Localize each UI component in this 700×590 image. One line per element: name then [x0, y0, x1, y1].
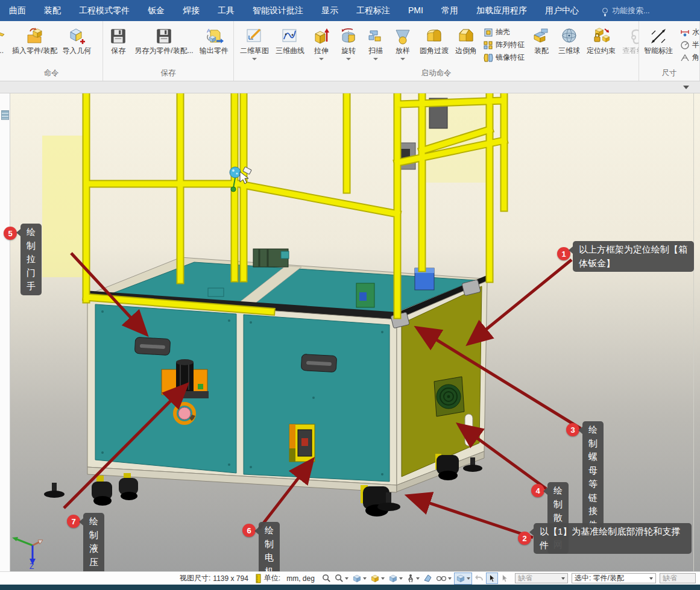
axis-triad: Z — [8, 532, 51, 570]
menu-item-load-apps[interactable]: 加载应用程序 — [467, 0, 536, 21]
assembly-icon — [531, 26, 552, 46]
menu-item-display[interactable]: 显示 — [312, 0, 347, 21]
function-search[interactable]: 功能搜索... — [602, 5, 650, 16]
status-bar: 视图尺寸: 1139 x 794 单位: mm, deg — [0, 571, 700, 585]
annotation-badge[interactable]: 6 — [242, 524, 256, 537]
search-placeholder: 功能搜索... — [612, 5, 650, 16]
view-orient-icon[interactable] — [369, 573, 386, 584]
ribbon-button-save-as[interactable]: 另存为零件/装配... — [132, 25, 195, 57]
filter-default2-dropdown[interactable]: 缺省 — [660, 573, 696, 583]
door-handle — [134, 337, 170, 356]
feature-stack: 抽壳 阵列特征 镜像特征 — [481, 25, 527, 64]
svg-text:Z: Z — [30, 562, 34, 570]
walk-through-icon[interactable] — [405, 573, 421, 583]
ribbon-button-angle-dim[interactable]: 角度 — [678, 51, 700, 64]
dimension-stack: 水平 半径 角度 — [678, 25, 700, 64]
zoom-all-icon[interactable] — [321, 573, 332, 583]
door-handle — [301, 354, 336, 372]
ribbon-button-import-geometry[interactable]: 导入几何 — [60, 25, 93, 57]
insert-part-icon — [25, 26, 45, 46]
save-as-icon — [154, 26, 174, 46]
filter-default-dropdown[interactable]: 缺省 — [515, 573, 568, 583]
annotation-bubble[interactable]: 以上方框架为定位绘制【箱体钣金】 — [573, 241, 694, 272]
ribbon-button-sweep[interactable]: 扫描 — [363, 25, 388, 61]
ribbon-button-pattern[interactable]: 阵列特征 — [481, 39, 527, 51]
ribbon-button-assembly[interactable]: 装配 — [529, 25, 554, 57]
constraint-icon — [591, 26, 611, 46]
group-label-save: 保存 — [103, 67, 233, 81]
undo-view-icon[interactable] — [473, 574, 485, 583]
menu-item-weld[interactable]: 焊接 — [174, 0, 209, 21]
export-part-icon: A — [204, 26, 224, 46]
3d-viewport[interactable]: Z 5 绘制拉门手 1 以上方框架为定位绘制【箱体钣金】 3 绘制螺母等链接件 … — [0, 93, 700, 571]
ribbon-button-extrude[interactable]: 拉伸 — [309, 25, 334, 61]
ribbon-button-part-cut[interactable]: 件... — [0, 25, 10, 57]
units: 单位: — [264, 573, 280, 583]
annotation-badge[interactable]: 7 — [67, 515, 80, 528]
menu-item-sheetmetal[interactable]: 钣金 — [139, 0, 174, 21]
panel-thumbnail-icon[interactable] — [1, 110, 9, 120]
dropdown-caret — [346, 58, 351, 60]
import-geometry-icon — [66, 26, 87, 46]
ribbon-button-fillet[interactable]: 圆角过渡 — [417, 25, 451, 57]
save-icon — [108, 26, 128, 46]
units-value: mm, deg — [286, 574, 315, 583]
ribbon-button-revolve[interactable]: 旋转 — [336, 25, 361, 61]
annotation-bubble[interactable]: 绘制螺母等链接件 — [582, 421, 604, 533]
ribbon-button-curve3d[interactable]: 三维曲线 — [273, 25, 307, 57]
menu-item-assembly[interactable]: 装配 — [35, 0, 70, 21]
annotation-badge[interactable]: 5 — [4, 227, 17, 240]
view-standard-icon[interactable] — [351, 573, 368, 584]
chamfer-icon — [456, 26, 476, 46]
menu-item-pmi[interactable]: PMI — [399, 0, 432, 21]
ribbon-button-mirror[interactable]: 镜像特征 — [481, 51, 527, 64]
menu-item-smart-anno[interactable]: 智能设计批注 — [244, 0, 312, 21]
menu-item-tools[interactable]: 工具 — [209, 0, 244, 21]
annotation-bubble[interactable]: 绘制拉门手 — [20, 224, 42, 295]
ribbon-button-smart-dimension[interactable]: 智能标注 — [642, 25, 675, 57]
shaded-view-icon[interactable] — [422, 573, 434, 583]
ribbon-button-save[interactable]: 保存 — [106, 25, 131, 57]
ribbon-button-sketch2d[interactable]: 二维草图 — [238, 25, 271, 61]
display-mode-icon[interactable] — [454, 573, 472, 585]
ribbon-button-insert-part[interactable]: 插入零件/装配 — [10, 25, 60, 57]
select-alt-icon[interactable] — [499, 573, 510, 583]
ribbon-button-export-part[interactable]: A 输出零件 — [197, 25, 231, 57]
ribbon-button-loft[interactable]: 放样 — [390, 25, 415, 61]
menu-item-eng-dim[interactable]: 工程标注 — [347, 0, 399, 21]
sweep-icon — [365, 26, 386, 46]
ribbon-button-constraint[interactable]: 定位约束 — [584, 25, 618, 57]
view-iso-icon[interactable] — [387, 573, 404, 584]
dropdown-caret — [252, 58, 257, 60]
zoom-window-icon[interactable] — [333, 573, 350, 583]
ribbon-collapse-arrow[interactable] — [683, 86, 689, 89]
annotation-bubble[interactable]: 以【1】为基准绘制底部滑轮和支撑件 — [534, 523, 692, 554]
ribbon-collapse-strip — [0, 81, 700, 93]
curve3d-icon — [280, 26, 300, 46]
group-label-start-commands: 启动命令 — [234, 67, 639, 81]
menu-item-eng-part[interactable]: 工程模式零件 — [70, 0, 139, 21]
annotation-badge[interactable]: 4 — [531, 484, 544, 497]
fillet-icon — [424, 26, 444, 46]
ribbon-button-horizontal-dim[interactable]: 水平 — [678, 26, 700, 39]
group-label-command: 命令 — [0, 67, 102, 81]
selection-mode-dropdown[interactable]: 选中: 零件/装配 — [572, 573, 656, 583]
ruler-icon — [254, 574, 262, 583]
taskbar-edge — [0, 585, 700, 590]
dropdown-caret — [319, 58, 324, 60]
group-label-dimension: 尺寸 — [639, 67, 699, 81]
menu-item-usercenter[interactable]: 用户中心 — [536, 0, 588, 21]
fan-grille — [434, 377, 464, 416]
annotation-badge[interactable]: 3 — [566, 423, 579, 436]
sketch2d-icon — [244, 26, 265, 46]
select-tool-icon[interactable] — [486, 573, 498, 584]
menu-item-surface[interactable]: 曲面 — [0, 0, 35, 21]
ribbon-button-view-constraint[interactable]: 查看约束 — [620, 25, 639, 57]
ribbon-button-chamfer[interactable]: 边倒角 — [453, 25, 479, 57]
ribbon-button-shell[interactable]: 抽壳 — [481, 26, 527, 39]
view-size: 视图尺寸: 1139 x 794 — [180, 573, 248, 583]
menu-item-common[interactable]: 常用 — [432, 0, 467, 21]
ribbon-button-triball[interactable]: 三维球 — [556, 25, 582, 57]
visualize-icon[interactable] — [435, 574, 453, 583]
ribbon-button-radius-dim[interactable]: 半径 — [678, 39, 700, 51]
